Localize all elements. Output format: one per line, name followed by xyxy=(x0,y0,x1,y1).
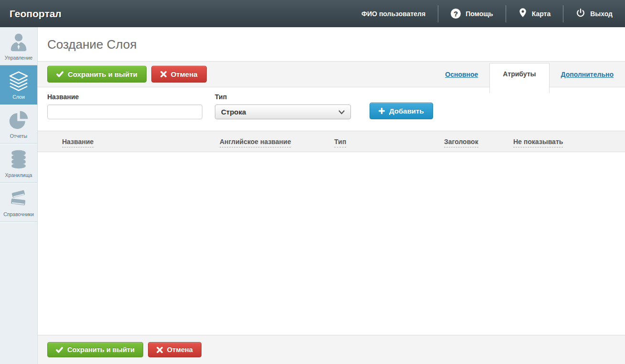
sidebar-item-management[interactable]: Управление xyxy=(0,27,37,65)
name-input[interactable] xyxy=(47,104,202,119)
check-icon xyxy=(56,71,64,77)
check-icon xyxy=(56,347,63,353)
tab-additional[interactable]: Дополнительно xyxy=(550,71,625,78)
sidebar-item-label: Справочники xyxy=(1,211,36,217)
app-window: Геопортал ФИО пользователя ? Помощь Карт… xyxy=(0,0,625,364)
column-header-hide: Не показывать xyxy=(513,138,625,146)
pie-chart-icon xyxy=(1,110,36,131)
save-exit-button-bottom[interactable]: Сохранить и выйти xyxy=(47,342,143,357)
main-panel: Создание Слоя Сохранить и выйти Отмена О… xyxy=(38,27,625,364)
top-toolbar: Сохранить и выйти Отмена Основное Атрибу… xyxy=(38,61,625,87)
help-icon: ? xyxy=(451,9,461,19)
page-title: Создание Слоя xyxy=(47,37,615,52)
column-header-type: Тип xyxy=(334,138,444,146)
content-wrapper: Управление Слои xyxy=(0,27,625,364)
top-navbar: Геопортал ФИО пользователя ? Помощь Карт… xyxy=(0,0,625,27)
database-icon xyxy=(1,149,36,170)
bottom-toolbar: Сохранить и выйти Отмена xyxy=(38,335,625,364)
x-icon xyxy=(157,347,163,353)
power-icon xyxy=(576,8,585,19)
map-menu-item[interactable]: Карта xyxy=(506,0,563,27)
books-icon xyxy=(1,188,36,209)
save-exit-label: Сохранить и выйти xyxy=(68,70,138,78)
type-select[interactable]: Строка xyxy=(215,104,351,119)
attributes-table-header: Название Английское название Тип Заголов… xyxy=(38,131,625,152)
sidebar-item-label: Управление xyxy=(1,55,36,61)
sidebar: Управление Слои xyxy=(0,27,38,364)
user-menu[interactable]: ФИО пользователя xyxy=(349,10,438,18)
help-menu-item[interactable]: ? Помощь xyxy=(438,0,506,27)
column-header-name: Название xyxy=(62,138,220,146)
logout-label: Выход xyxy=(590,10,613,18)
add-button-wrap: Добавить xyxy=(370,103,433,119)
logout-menu-item[interactable]: Выход xyxy=(563,0,614,27)
type-field-label: Тип xyxy=(215,93,351,101)
help-label: Помощь xyxy=(466,10,493,18)
tab-main[interactable]: Основное xyxy=(434,71,489,78)
name-field-group: Название xyxy=(47,93,202,119)
attributes-table-body xyxy=(38,152,625,335)
cancel-label: Отмена xyxy=(167,346,193,354)
map-pin-icon xyxy=(519,8,527,20)
type-field-group: Тип Строка xyxy=(215,93,351,119)
map-label: Карта xyxy=(532,10,551,18)
save-exit-button[interactable]: Сохранить и выйти xyxy=(47,66,147,83)
sidebar-item-directories[interactable]: Справочники xyxy=(0,183,37,222)
cancel-button-bottom[interactable]: Отмена xyxy=(148,342,201,357)
cancel-label: Отмена xyxy=(171,70,198,78)
add-button[interactable]: Добавить xyxy=(370,103,433,119)
sidebar-item-reports[interactable]: Отчеты xyxy=(0,104,37,144)
tab-attributes[interactable]: Атрибуты xyxy=(489,63,549,93)
navbar-right: ФИО пользователя ? Помощь Карта xyxy=(349,0,614,27)
x-icon xyxy=(160,71,167,77)
attribute-form: Название Тип Строка Добавить xyxy=(38,87,625,131)
column-header-english-name: Английское название xyxy=(220,138,334,146)
sidebar-item-label: Отчеты xyxy=(1,133,36,139)
plus-icon xyxy=(379,108,385,114)
save-exit-label: Сохранить и выйти xyxy=(67,346,135,354)
sidebar-item-storages[interactable]: Хранилища xyxy=(0,144,37,183)
user-icon xyxy=(1,32,36,52)
layers-icon xyxy=(1,71,36,92)
name-field-label: Название xyxy=(47,93,202,101)
title-bar: Создание Слоя xyxy=(38,27,625,61)
sidebar-item-label: Хранилища xyxy=(1,172,36,178)
column-header-title: Заголовок xyxy=(444,138,513,146)
type-select-value: Строка xyxy=(221,108,246,116)
sidebar-item-label: Слои xyxy=(1,94,36,100)
add-label: Добавить xyxy=(389,107,424,115)
sidebar-item-layers[interactable]: Слои xyxy=(0,65,37,104)
cancel-button[interactable]: Отмена xyxy=(151,66,207,83)
tab-bar: Основное Атрибуты Дополнительно xyxy=(434,62,625,87)
brand-logo[interactable]: Геопортал xyxy=(10,8,62,20)
chevron-down-icon xyxy=(339,108,345,116)
